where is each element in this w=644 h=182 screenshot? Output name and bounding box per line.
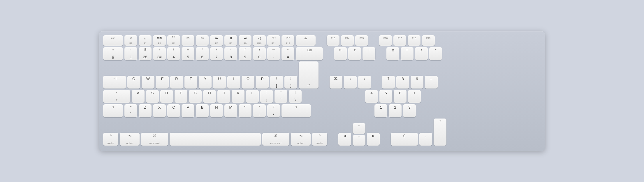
f9-key[interactable]: ⏭ F9 [239, 35, 251, 46]
f13-key[interactable]: F13 [327, 35, 339, 46]
h-key[interactable]: H [203, 90, 216, 103]
f16-key[interactable]: F16 [379, 35, 392, 46]
minus-key[interactable]: — - [267, 47, 280, 60]
num-9-key[interactable]: 9 [411, 76, 423, 89]
b-key[interactable]: B [196, 104, 209, 117]
num-delete-key[interactable]: ⊠ [386, 47, 399, 60]
semicolon-key[interactable]: : ; [260, 90, 273, 103]
y-key[interactable]: Y [199, 76, 212, 89]
up-arrow-key[interactable]: ↑ [363, 47, 375, 60]
f15-key[interactable]: F15 [355, 35, 368, 46]
d-key[interactable]: D [160, 90, 173, 103]
e-key[interactable]: E [156, 76, 169, 89]
6-key[interactable]: ^ 6 [196, 47, 209, 60]
f10-key[interactable]: ◁ F10 [253, 35, 266, 46]
n-key[interactable]: N [210, 104, 223, 117]
7-key[interactable]: & 7 [210, 47, 223, 60]
f6-key[interactable]: F6 [196, 35, 209, 46]
down-nav-key[interactable]: ▼ [353, 135, 365, 146]
t-key[interactable]: T [184, 76, 197, 89]
p-key[interactable]: P [256, 76, 269, 89]
z-key[interactable]: Z [139, 104, 152, 117]
3-key[interactable]: £ 3# [153, 47, 166, 60]
o-key[interactable]: O [242, 76, 254, 89]
9-key[interactable]: ( 9 [239, 47, 251, 60]
section-key[interactable]: ± § [103, 47, 123, 60]
x-key[interactable]: X [153, 104, 166, 117]
f19-key[interactable]: F19 [422, 35, 435, 46]
num-4-key[interactable]: 4 [365, 90, 378, 103]
s-key[interactable]: S [146, 90, 159, 103]
1-key[interactable]: ! 1 [124, 47, 137, 60]
up-nav-key[interactable]: ▲ [353, 123, 365, 134]
tilde-key[interactable]: ~ ` [124, 104, 137, 117]
f11-key[interactable]: ◁◁ F11 [267, 35, 280, 46]
quote-key[interactable]: " ' [275, 90, 287, 103]
num-dot-key[interactable]: . [419, 133, 432, 146]
backslash-key[interactable]: | \ [289, 90, 302, 103]
num-5-key[interactable]: 5 [379, 90, 392, 103]
left-arrow-key[interactable]: ◀ [338, 133, 351, 146]
a-key[interactable]: A [132, 90, 145, 103]
left-control-key[interactable]: ^ control [103, 133, 118, 146]
lbracket-key[interactable]: { [ [270, 76, 283, 89]
equals-key[interactable]: + = [281, 47, 294, 60]
f12-key[interactable]: ▷▷ F12 [281, 35, 294, 46]
num-2-key[interactable]: 2 [389, 104, 402, 117]
j-key[interactable]: J [217, 90, 230, 103]
comma-key[interactable]: < , [239, 104, 251, 117]
f4-key[interactable]: ⠿⠿ F4 [167, 35, 180, 46]
num-minus-key[interactable]: – [425, 76, 438, 89]
m-key[interactable]: M [224, 104, 237, 117]
down-arrow-key[interactable]: ↓ [344, 76, 357, 89]
f18-key[interactable]: F18 [408, 35, 420, 46]
slash-key[interactable]: ? / [267, 104, 280, 117]
num-3-key[interactable]: 3 [403, 104, 416, 117]
right-option-key[interactable]: ⌥ option [291, 133, 311, 146]
num-8-key[interactable]: 8 [396, 76, 409, 89]
capslock-key[interactable]: • ⇪ [103, 90, 130, 103]
f1-key[interactable]: ☀ F1 [124, 35, 137, 46]
f7-key[interactable]: ⏮ F7 [210, 35, 223, 46]
2-key[interactable]: @ 2€ [139, 47, 152, 60]
num-0-key[interactable]: 0 [391, 133, 418, 146]
right-command-key[interactable]: ⌘ command [262, 133, 289, 146]
esc-key[interactable]: esc [103, 35, 123, 46]
f17-key[interactable]: F17 [393, 35, 406, 46]
num-6-key[interactable]: 6 [394, 90, 407, 103]
l-key[interactable]: L [246, 90, 259, 103]
num-7-key[interactable]: 7 [382, 76, 395, 89]
c-key[interactable]: C [167, 104, 180, 117]
8-key[interactable]: * 8 [224, 47, 237, 60]
num-slash-key[interactable]: / [415, 47, 428, 60]
f2-key[interactable]: ☼ F2 [139, 35, 152, 46]
num-enter-key[interactable]: ⇥ [434, 119, 446, 146]
u-key[interactable]: U [213, 76, 226, 89]
right-shift-key[interactable]: ⇧ [281, 104, 311, 117]
left-shift-key[interactable]: ⇧ [103, 104, 123, 117]
fwd-delete-key[interactable]: ⌦ [330, 76, 342, 89]
rbracket-key[interactable]: } ] [284, 76, 297, 89]
right-arrow-up-key[interactable]: ↓ [358, 76, 371, 89]
r-key[interactable]: R [170, 76, 183, 89]
f3-key[interactable]: ▣▣ F3 [153, 35, 166, 46]
num-up-arrow-key[interactable]: ⇧ [348, 47, 361, 60]
left-option-key[interactable]: ⌥ option [120, 133, 140, 146]
q-key[interactable]: Q [127, 76, 140, 89]
right-arrow-key[interactable]: ▶ [367, 133, 380, 146]
f14-key[interactable]: F14 [341, 35, 354, 46]
left-command-key[interactable]: ⌘ command [141, 133, 168, 146]
i-key[interactable]: I [227, 76, 240, 89]
4-key[interactable]: $ 4 [167, 47, 180, 60]
num-1-key[interactable]: 1 [374, 104, 387, 117]
f5-key[interactable]: F5 [182, 35, 194, 46]
backspace-key[interactable]: ⌫ [296, 47, 323, 60]
w-key[interactable]: W [142, 76, 154, 89]
num-asterisk-key[interactable]: * [429, 47, 442, 60]
v-key[interactable]: V [182, 104, 194, 117]
f-key[interactable]: F [175, 90, 187, 103]
right-control-key[interactable]: ^ control [312, 133, 327, 146]
k-key[interactable]: K [232, 90, 244, 103]
return-key[interactable]: ↵ [299, 61, 319, 89]
g-key[interactable]: G [189, 90, 202, 103]
